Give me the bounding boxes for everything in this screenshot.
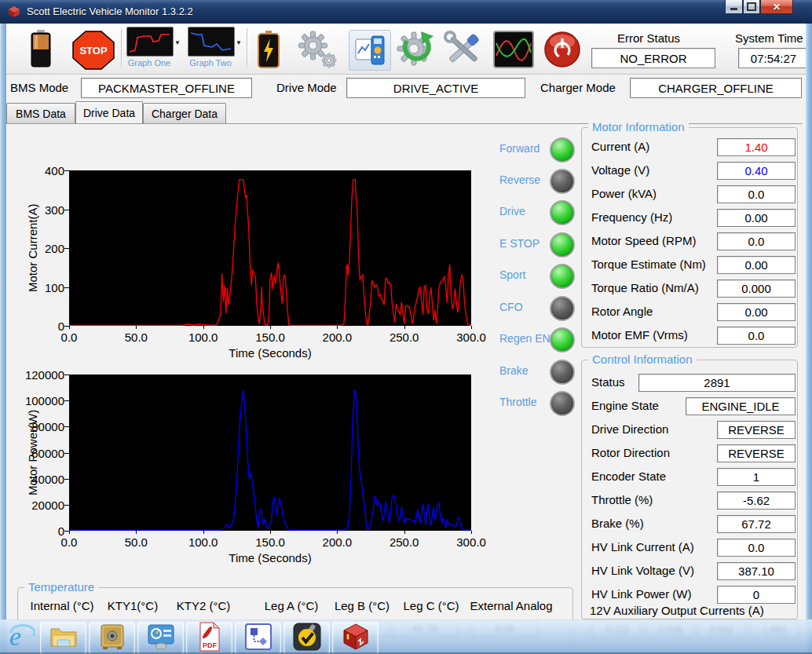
motor-info-value-field[interactable]: 0.0: [717, 327, 796, 345]
multimeter-button[interactable]: [349, 30, 391, 71]
graph-two-button[interactable]: Graph Two ▼: [188, 27, 235, 71]
y-tick-mark: [64, 170, 69, 171]
indicator-row-forward: Forward: [495, 137, 581, 161]
x-tick-mark: [69, 531, 70, 534]
led-off-icon: [550, 391, 575, 416]
led-on-icon: [550, 327, 575, 353]
tab-charger-data[interactable]: Charger Data: [143, 103, 226, 123]
temperature-column-label: Leg C (°C): [386, 599, 477, 612]
control-info-value-field[interactable]: 1: [717, 468, 796, 486]
toolbar-separator: [247, 28, 247, 68]
motor-info-value-field[interactable]: 0.00: [717, 209, 796, 227]
indicator-label: Throttle: [499, 396, 536, 408]
graph-two-dropdown-icon[interactable]: ▼: [236, 39, 242, 46]
battery-charge-button[interactable]: [256, 31, 281, 68]
control-info-value-field[interactable]: 2891: [638, 374, 796, 392]
control-info-row-label: Engine State: [591, 399, 659, 412]
x-tick-label: 150.0: [245, 535, 295, 549]
taskbar-icon-internet-explorer[interactable]: e: [3, 622, 39, 653]
taskbar-button-flowchart[interactable]: [235, 622, 281, 654]
indicator-row-e-stop: E STOP: [495, 232, 581, 256]
control-info-row-label: Status: [591, 375, 625, 389]
x-tick-mark: [337, 531, 338, 534]
x-tick-mark: [337, 326, 338, 329]
control-info-row-label: Brake (%): [591, 517, 644, 530]
graph-one-button[interactable]: Graph One ▼: [126, 27, 174, 71]
stop-button[interactable]: STOP: [72, 31, 115, 70]
indicator-row-drive: Drive: [495, 200, 581, 224]
y-tick-label: 120000: [20, 368, 64, 382]
control-info-value-field[interactable]: 67.72: [717, 515, 796, 533]
motor-info-value-field[interactable]: 0.000: [717, 280, 796, 298]
motor-info-value-field[interactable]: 0.00: [717, 303, 796, 321]
motor-info-value-field[interactable]: 0.0: [717, 232, 796, 250]
motor-info-value-field[interactable]: 1.40: [717, 138, 796, 156]
y-tick-mark: [64, 505, 69, 506]
power-button[interactable]: [543, 31, 581, 68]
bms-mode-field[interactable]: PACKMASTER_OFFLINE: [81, 78, 252, 98]
led-off-icon: [550, 169, 575, 194]
settings-gears-button[interactable]: [295, 30, 338, 69]
led-off-icon: [550, 296, 575, 321]
battery-button[interactable]: [29, 30, 53, 68]
motor-info-value-field[interactable]: 0.00: [717, 256, 796, 274]
taskbar-button-pdf-reader[interactable]: PDF: [186, 622, 232, 654]
internet-explorer-icon: e: [7, 622, 35, 653]
refresh-button[interactable]: [394, 30, 438, 69]
control-info-value-field[interactable]: REVERSE: [717, 444, 796, 462]
control-info-row-label: Throttle (%): [591, 493, 653, 506]
tab-bms-data[interactable]: BMS Data: [6, 103, 75, 123]
indicator-label: Brake: [499, 364, 529, 377]
tools-icon: [443, 30, 485, 69]
maximize-button[interactable]: [743, 0, 760, 14]
taskbar-button-display-settings[interactable]: [137, 622, 184, 654]
system-time-field[interactable]: 07:54:27: [738, 48, 809, 68]
motor-info-row-label: Torque Ratio (Nm/A): [591, 281, 699, 294]
control-info-value-field[interactable]: 0.0: [717, 539, 796, 557]
control-information-title: Control Information: [588, 353, 697, 366]
x-tick-label: 250.0: [379, 331, 430, 344]
x-tick-mark: [203, 531, 204, 534]
charger-mode-field[interactable]: CHARGER_OFFLINE: [630, 78, 802, 98]
x-tick-mark: [404, 531, 405, 534]
taskbar-button-red-cube-app[interactable]: [332, 622, 379, 654]
application-window: Scott Electric Vehicle Monitor 1.3.2.2 ✕…: [0, 0, 812, 654]
error-status-field[interactable]: NO_ERROR: [591, 48, 715, 68]
svg-text:STOP: STOP: [79, 45, 107, 57]
control-info-value-field[interactable]: 0: [717, 586, 796, 604]
minimize-button[interactable]: [725, 0, 743, 14]
control-info-value-field[interactable]: 387.10: [717, 562, 796, 580]
close-button[interactable]: ✕: [760, 0, 793, 14]
x-tick-label: 50.0: [111, 535, 161, 549]
taskbar-button-file-manager[interactable]: [40, 622, 86, 654]
tools-button[interactable]: [443, 30, 485, 69]
taskbar-button-antivirus[interactable]: [283, 622, 330, 654]
motor-information-group: Motor Information Current (A)1.40Voltage…: [581, 127, 798, 348]
graph-one-dropdown-icon[interactable]: ▼: [174, 39, 181, 46]
motor-info-value-field[interactable]: 0.0: [717, 185, 796, 203]
control-info-value-field[interactable]: ENGINE_IDLE: [686, 397, 796, 415]
x-tick-mark: [270, 531, 271, 534]
battery-icon: [29, 30, 53, 68]
system-time-label: System Time: [735, 31, 803, 45]
motor-power-plot: [69, 374, 471, 531]
control-info-value-field[interactable]: -5.62: [717, 491, 796, 510]
x-tick-mark: [270, 326, 271, 329]
temperature-column-label: External Analog: [466, 599, 557, 612]
control-info-row-label: Rotor Direction: [591, 446, 670, 459]
indicator-label: CFO: [499, 301, 523, 313]
battery-charge-icon: [256, 31, 281, 68]
graph-two-label: Graph Two: [188, 58, 233, 68]
oscilloscope-button[interactable]: [493, 31, 534, 68]
motor-info-value-field[interactable]: 0.40: [717, 162, 796, 180]
taskbar-button-safe[interactable]: [89, 622, 135, 654]
drive-mode-field[interactable]: DRIVE_ACTIVE: [346, 78, 525, 98]
control-info-value-field[interactable]: REVERSE: [717, 421, 796, 439]
refresh-gear-icon: [394, 30, 438, 69]
taskbar: ePDF: [0, 619, 812, 654]
y-tick-mark: [64, 374, 69, 375]
control-info-row-label: HV Link Voltage (V): [591, 564, 694, 577]
tab-drive-data[interactable]: Drive Data: [75, 101, 143, 123]
motor-info-row-label: Power (kVA): [591, 187, 657, 200]
y-tick-mark: [64, 248, 69, 249]
